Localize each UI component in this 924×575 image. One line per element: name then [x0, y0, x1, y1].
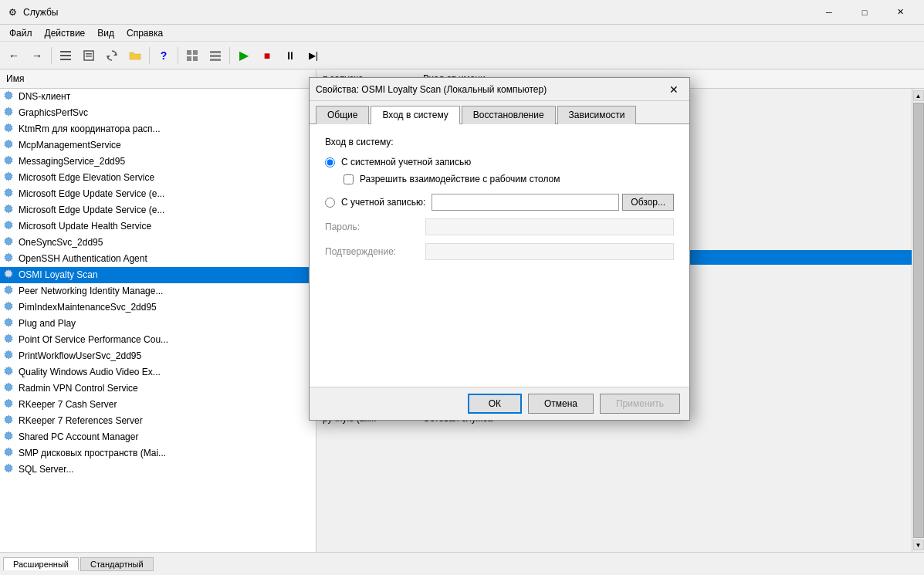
checkbox-interact-label: Разрешить взаимодействие с рабочим столо… — [360, 174, 560, 184]
service-item[interactable]: Plug and Play — [0, 316, 316, 332]
service-name-label: GraphicsPerfSvc — [19, 107, 313, 118]
service-item[interactable]: OpenSSH Authentication Agent — [0, 251, 316, 267]
radio-system-input[interactable] — [325, 157, 335, 167]
toolbar-refresh[interactable] — [101, 45, 123, 66]
dialog-content: Вход в систему: С системной учетной запи… — [310, 124, 689, 387]
menu-help[interactable]: Справка — [120, 26, 169, 40]
service-name-label: PimIndexMaintenanceSvc_2dd95 — [19, 302, 313, 313]
service-item[interactable]: OneSyncSvc_2dd95 — [0, 235, 316, 251]
service-item[interactable]: RKeeper 7 References Server — [0, 413, 316, 429]
radio-system-option[interactable]: С системной учетной записью — [325, 157, 674, 167]
close-button[interactable]: ✕ — [882, 0, 918, 25]
status-bar: Расширенный Стандартный — [0, 552, 924, 575]
service-name-label: OneSyncSvc_2dd95 — [19, 237, 313, 248]
services-list[interactable]: DNS-клиент GraphicsPerfSvc KtmRm для коо… — [0, 89, 316, 552]
service-item[interactable]: Point Of Service Performance Cou... — [0, 332, 316, 348]
tab-extended[interactable]: Расширенный — [3, 557, 79, 570]
service-name-label: Peer Networking Identity Manage... — [19, 286, 313, 296]
service-item[interactable]: OSMI Loyalty Scan — [0, 267, 316, 283]
toolbar-folder[interactable] — [124, 45, 146, 66]
service-item[interactable]: SMP дисковых пространств (Mai... — [0, 445, 316, 462]
service-item[interactable]: RKeeper 7 Cash Server — [0, 397, 316, 413]
toolbar-show-console[interactable] — [55, 45, 76, 66]
service-gear-icon — [3, 107, 15, 119]
service-item[interactable]: Microsoft Update Health Service — [0, 218, 316, 235]
toolbar-pause[interactable]: ⏸ — [279, 45, 301, 66]
service-name-label: Microsoft Update Health Service — [19, 221, 313, 232]
service-item[interactable]: GraphicsPerfSvc — [0, 105, 316, 121]
service-gear-icon — [3, 204, 15, 216]
service-item[interactable]: SQL Server... — [0, 462, 316, 478]
svg-rect-13 — [210, 55, 221, 57]
maximize-button[interactable]: □ — [847, 0, 882, 25]
confirm-input[interactable] — [425, 243, 674, 260]
grid2-icon — [209, 49, 222, 62]
tab-standard[interactable]: Стандартный — [80, 557, 154, 571]
service-name-label: SMP дисковых пространств (Mai... — [19, 448, 313, 458]
svg-rect-1 — [60, 55, 71, 56]
service-item[interactable]: McpManagementService — [0, 137, 316, 154]
minimize-button[interactable]: ─ — [811, 0, 847, 25]
service-gear-icon — [3, 366, 15, 378]
service-gear-icon — [3, 301, 15, 313]
cancel-button[interactable]: Отмена — [528, 394, 594, 414]
password-input[interactable] — [425, 218, 674, 235]
service-item[interactable]: Quality Windows Audio Video Ex... — [0, 364, 316, 381]
radio-system-label: С системной учетной записью — [341, 157, 471, 167]
tab-general[interactable]: Общие — [316, 106, 369, 124]
service-name-label: RKeeper 7 References Server — [19, 415, 313, 426]
service-name-label: PrintWorkflowUserSvc_2dd95 — [19, 350, 313, 361]
browse-button[interactable]: Обзор... — [622, 194, 674, 211]
toolbar-play[interactable]: ▶ — [233, 45, 255, 66]
dialog-title-bar: Свойства: OSMI Loyalty Scan (Локальный к… — [310, 78, 689, 101]
service-item[interactable]: Microsoft Edge Update Service (e... — [0, 202, 316, 218]
tab-recovery[interactable]: Восстановление — [462, 106, 556, 124]
toolbar-help[interactable]: ? — [153, 45, 174, 66]
account-text-input[interactable] — [432, 194, 619, 211]
ok-button[interactable]: ОК — [468, 394, 522, 414]
toolbar-forward[interactable]: → — [26, 45, 48, 66]
toolbar-properties[interactable] — [78, 45, 100, 66]
toolbar-grid-2[interactable] — [205, 45, 226, 66]
dialog-title: Свойства: OSMI Loyalty Scan (Локальный к… — [316, 84, 665, 95]
menu-action[interactable]: Действие — [39, 26, 92, 40]
service-name-label: Quality Windows Audio Video Ex... — [19, 367, 313, 377]
service-item[interactable]: MessagingService_2dd95 — [0, 154, 316, 170]
col-header-name[interactable]: Имя — [0, 72, 170, 86]
checkbox-interact-input[interactable] — [344, 174, 354, 184]
service-name-label: MessagingService_2dd95 — [19, 156, 313, 167]
svg-rect-5 — [86, 56, 92, 57]
service-gear-icon — [3, 447, 15, 459]
right-scrollbar[interactable]: ▲ ▼ — [912, 89, 924, 552]
radio-account-option[interactable]: С учетной записью: Обзор... — [325, 194, 674, 211]
service-item[interactable]: KtmRm для координатора расп... — [0, 121, 316, 137]
service-item[interactable]: Microsoft Edge Elevation Service — [0, 170, 316, 186]
service-name-label: Plug and Play — [19, 318, 313, 329]
window-controls: ─ □ ✕ — [811, 0, 918, 25]
checkbox-interact-option[interactable]: Разрешить взаимодействие с рабочим столо… — [344, 174, 674, 184]
tab-logon[interactable]: Вход в систему — [371, 106, 459, 124]
service-gear-icon — [3, 171, 15, 184]
service-item[interactable]: DNS-клиент — [0, 89, 316, 105]
apply-button[interactable]: Применить — [600, 394, 680, 414]
scroll-down-arrow[interactable]: ▼ — [913, 539, 924, 550]
dialog-close-button[interactable]: ✕ — [665, 80, 683, 99]
service-gear-icon — [3, 188, 15, 200]
scroll-up-arrow[interactable]: ▲ — [913, 90, 924, 101]
toolbar-stop[interactable]: ■ — [256, 45, 278, 66]
service-item[interactable]: PrintWorkflowUserSvc_2dd95 — [0, 348, 316, 364]
toolbar-grid-1[interactable] — [181, 45, 203, 66]
scroll-thumb[interactable] — [913, 103, 924, 538]
service-item[interactable]: Microsoft Edge Update Service (e... — [0, 186, 316, 202]
service-item[interactable]: PimIndexMaintenanceSvc_2dd95 — [0, 299, 316, 316]
service-item[interactable]: Peer Networking Identity Manage... — [0, 283, 316, 299]
service-gear-icon — [3, 431, 15, 443]
toolbar-back[interactable]: ← — [3, 45, 25, 66]
tab-dependencies[interactable]: Зависимости — [557, 106, 637, 124]
radio-account-input[interactable] — [325, 198, 335, 208]
service-item[interactable]: Radmin VPN Control Service — [0, 381, 316, 397]
service-item[interactable]: Shared PC Account Manager — [0, 429, 316, 445]
menu-file[interactable]: Файл — [3, 26, 39, 40]
menu-view[interactable]: Вид — [91, 26, 120, 40]
toolbar-step[interactable]: ▶| — [303, 45, 324, 66]
